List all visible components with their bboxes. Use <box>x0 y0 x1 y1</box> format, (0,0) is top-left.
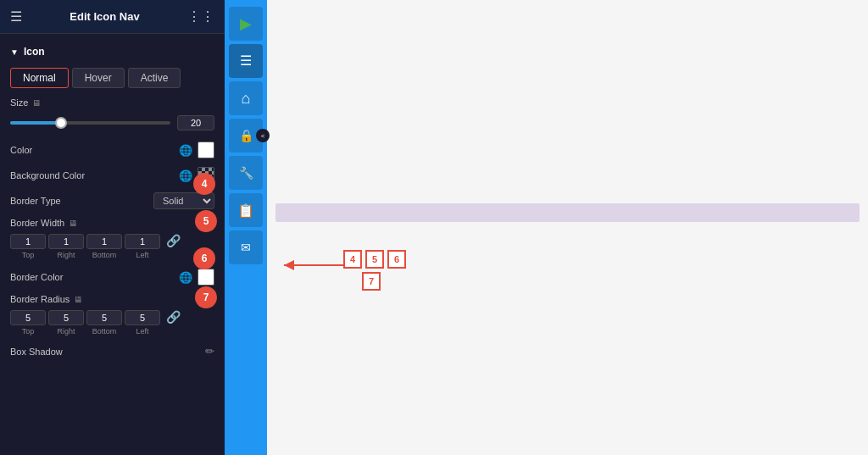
badge-5[interactable]: 5 <box>195 210 217 232</box>
bg-globe-icon[interactable]: 🌐 <box>179 169 192 182</box>
radius-top-input[interactable]: 5 <box>10 310 46 325</box>
border-top-input[interactable]: 1 <box>10 234 46 249</box>
border-right-input[interactable]: 1 <box>48 234 84 249</box>
nav-icon-play[interactable]: ▶ <box>229 7 263 41</box>
nav-icon-lock[interactable]: 🔒 < <box>229 119 263 153</box>
color-controls: 🌐 <box>179 141 214 158</box>
radius-top-input-group: 5 Top <box>10 310 46 336</box>
border-color-row: Border Color 🌐 <box>0 264 225 290</box>
nav-icon-document[interactable]: 📋 <box>229 193 263 227</box>
border-type-label: Border Type <box>10 196 153 206</box>
border-globe-icon[interactable]: 🌐 <box>179 271 192 284</box>
badge-7[interactable]: 7 <box>195 286 217 308</box>
tab-normal[interactable]: Normal <box>10 68 69 88</box>
grid-icon[interactable]: ⋮⋮ <box>187 8 214 25</box>
size-input[interactable]: 20 <box>177 115 214 130</box>
nav-icon-home[interactable]: ⌂ <box>229 81 263 115</box>
sidebar: ☰ Edit Icon Nav ⋮⋮ ▼ Icon Normal Hover A… <box>0 0 225 455</box>
color-swatch[interactable] <box>198 141 214 158</box>
slider-thumb[interactable] <box>55 117 67 129</box>
box-shadow-controls: ✏ <box>205 345 214 358</box>
radius-top-label: Top <box>22 327 35 336</box>
color-label: Color <box>10 145 179 155</box>
annotation-row-top: 4 5 6 <box>343 250 406 269</box>
border-monitor-icon: 🖥 <box>69 219 77 228</box>
radius-bottom-input[interactable]: 5 <box>86 310 122 325</box>
slider-fill <box>10 121 58 125</box>
border-type-row: Border Type Solid Dashed Dotted None <box>0 188 225 214</box>
tab-hover[interactable]: Hover <box>72 68 125 88</box>
border-top-label: Top <box>22 251 35 259</box>
radius-bottom-input-group: 5 Bottom <box>86 310 122 336</box>
border-radius-inputs: 5 Top 5 Right 5 Bottom 5 Left 🔗 <box>0 308 225 341</box>
border-width-inputs: 1 Top 1 Right 1 Bottom 1 Left 🔗 <box>0 232 225 264</box>
menu-icon[interactable]: ☰ <box>10 8 22 25</box>
globe-icon[interactable]: 🌐 <box>179 144 192 157</box>
content-area: 4 5 6 7 <box>267 0 868 455</box>
size-slider-track[interactable] <box>10 121 170 125</box>
link-icon[interactable]: 🔗 <box>166 234 181 259</box>
border-bottom-input-group: 1 Bottom <box>86 234 122 259</box>
badge-6[interactable]: 6 <box>193 247 215 269</box>
color-row: Color 🌐 <box>0 137 225 163</box>
box-shadow-label: Box Shadow <box>10 347 205 357</box>
border-width-label: Border Width 🖥 <box>10 218 205 228</box>
tab-active[interactable]: Active <box>128 68 181 88</box>
ann-box-6: 6 <box>387 250 406 269</box>
nav-icon-menu[interactable]: ☰ <box>229 44 263 78</box>
radius-right-label: Right <box>57 327 75 336</box>
radius-right-input-group: 5 Right <box>48 310 84 336</box>
radius-right-input[interactable]: 5 <box>48 310 84 325</box>
border-radius-row: Border Radius 🖥 p 7 <box>0 290 225 308</box>
collapse-arrow[interactable]: < <box>256 129 270 142</box>
sidebar-header: ☰ Edit Icon Nav ⋮⋮ <box>0 0 225 34</box>
border-color-label: Border Color <box>10 272 179 282</box>
radius-left-input[interactable]: 5 <box>125 310 160 325</box>
border-color-swatch[interactable] <box>198 269 214 286</box>
page-title: Edit Icon Nav <box>22 10 187 23</box>
border-right-input-group: 1 Right <box>48 234 84 259</box>
radius-bottom-label: Bottom <box>92 327 117 336</box>
size-label: Size 🖥 <box>10 97 214 108</box>
border-left-input-group: 1 Left <box>125 234 160 259</box>
section-arrow-icon: ▼ <box>10 47 19 57</box>
document-icon: 📋 <box>237 203 254 219</box>
radius-link-icon[interactable]: 🔗 <box>166 310 181 336</box>
main-content: ▶ ☰ ⌂ 🔒 < 🔧 📋 ✉ <box>225 0 868 455</box>
border-radius-label: Border Radius 🖥 <box>10 294 209 304</box>
section-label: Icon <box>24 46 45 58</box>
nav-icon-mail[interactable]: ✉ <box>229 230 263 264</box>
icon-nav-bar: ▶ ☰ ⌂ 🔒 < 🔧 📋 ✉ <box>225 0 267 455</box>
bg-color-label: Background Color <box>10 170 179 180</box>
ann-box-7: 7 <box>362 272 381 291</box>
pencil-icon[interactable]: ✏ <box>205 345 214 358</box>
home-icon: ⌂ <box>242 90 251 108</box>
border-left-label: Left <box>136 251 148 259</box>
nav-icon-wrench[interactable]: 🔧 <box>229 156 263 190</box>
bg-color-row: Background Color 🌐 <box>0 163 225 188</box>
annotation-row-bottom: 7 <box>343 272 406 291</box>
radius-left-label: Left <box>136 327 148 336</box>
border-bottom-input[interactable]: 1 <box>86 234 122 249</box>
border-color-controls: 🌐 <box>179 269 214 286</box>
badge-4[interactable]: 4 <box>193 173 215 195</box>
size-row: Size 🖥 <box>0 93 225 112</box>
ann-box-4: 4 <box>343 250 362 269</box>
state-tabs-container: Normal Hover Active <box>0 63 225 93</box>
icon-section-header[interactable]: ▼ Icon <box>0 41 225 63</box>
sidebar-content: ▼ Icon Normal Hover Active Size 🖥 20 <box>0 34 225 455</box>
radius-left-input-group: 5 Left <box>125 310 160 336</box>
wrench-icon: 🔧 <box>239 166 253 180</box>
border-type-select[interactable]: Solid Dashed Dotted None <box>153 192 214 209</box>
ann-box-5: 5 <box>365 250 384 269</box>
border-bottom-label: Bottom <box>92 251 117 259</box>
border-top-input-group: 1 Top <box>10 234 46 259</box>
box-shadow-row: Box Shadow ✏ <box>0 341 225 362</box>
mail-icon: ✉ <box>241 241 251 254</box>
menu-lines-icon: ☰ <box>240 54 252 68</box>
size-slider-row: 20 <box>0 112 225 137</box>
border-left-input[interactable]: 1 <box>125 234 160 249</box>
highlight-bar <box>275 203 860 222</box>
annotation-arrow <box>275 257 343 274</box>
lock-icon: 🔒 <box>239 129 253 142</box>
